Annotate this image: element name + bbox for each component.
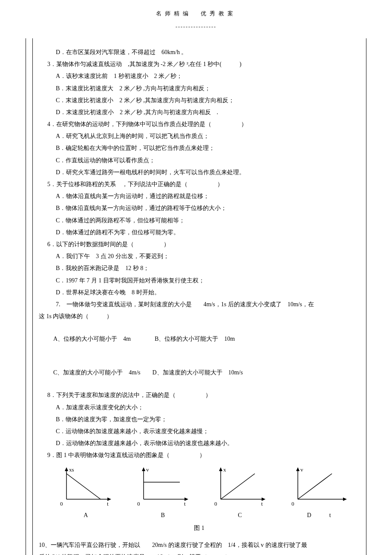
q5-option-b: B．物体沿直线向某一方向运动时，通过的路程等于位移的大小； [39,203,360,213]
chart-d: v 0 [285,465,353,508]
q7-option-a: A、位移的大小可能小于 4m [53,336,131,342]
axis-y-a: xs [69,466,74,473]
q6-option-b: B．我校的百米跑记录是 12 秒 8； [39,263,360,273]
q5-option-a: A．物体沿直线向某一方向运动时，通过的路程就是位移； [39,191,360,201]
axis-x-c: t [261,500,263,507]
axis-x-d: t [329,512,331,518]
q7-options-ab: A、位移的大小可能小于 4m B、位移的大小可能大于 10m [39,323,360,355]
q4-option-d: D．研究火车通过路旁一根电线杆的时间时，火车可以当作质点来处理。 [39,167,360,178]
header-right: 优秀教案 [201,10,236,17]
q4-option-a: A．研究飞机从北京到上海的时间，可以把飞机当作质点； [39,131,360,141]
label-c: C [208,510,272,520]
q9-stem: 9．图 1 中表明物体做匀速直线运动的图象是（ ） [39,450,360,460]
q6-stem: 6．以下的计时数据指时间的是（ ） [39,239,360,250]
header-divider: ---------------- [26,23,366,32]
label-b: B [131,510,195,520]
label-a: A [54,510,118,520]
axis-x-a: t [107,500,109,507]
chart-b: v 0 t [131,465,195,508]
q5-stem: 5．关于位移和路程的关系 ，下列说法中正确的是（ ） [39,179,360,190]
svg-marker-6 [142,467,145,471]
svg-line-4 [66,474,101,499]
q8-option-c: C．运动物体的加速度越来越小，表示速度变化越来越慢； [39,426,360,437]
axis-zero-b: 0 [137,500,140,507]
q8-option-b: B．物体的速度为零，加速度也一定为零； [39,414,360,425]
label-d-text: D [307,512,311,518]
q3-option-d: D．末速度比初速度小 2 米／秒 ,其方向与初速度方向相反 . [39,107,360,118]
q8-option-a: A．加速度表示速度变化的大小； [39,402,360,413]
q4-stem: 4．在研究物体的运动时，下列物体中可以当作质点处理的是（ ） [39,119,360,129]
q10-line1: 10、一辆汽车沿平直公路行驶，开始以 20m/s 的速度行驶了全程的 1/4，接… [39,540,360,550]
q6-option-c: C．1997 年 7 月 1 日零时我国开始对香港恢复行使主权； [39,275,360,286]
svg-marker-18 [343,497,347,501]
axis-zero-c: 0 [214,500,217,507]
figure-b: v 0 t B [131,465,195,520]
q5-option-d: D．物体通过的路程不为零，但位移可能为零。 [39,227,360,238]
chart-a: xs 0 t [54,465,118,508]
q3-option-a: A．该秒末速度比前 1 秒初速度小 2 米／秒； [39,71,360,81]
header-left: 名师精编 [156,10,192,17]
axis-y-b: v [146,466,149,473]
q7-stem-1: 7. 一物体做匀变速直线运动，某时刻速度的大小是 4m/s，1s 后的速度大小变… [39,299,360,310]
q4-option-b: B．确定轮船在大海中的位置时，可以把它当作质点来处理； [39,143,360,153]
axis-zero-a: 0 [60,500,63,507]
svg-marker-11 [219,467,222,471]
axis-x-b: t [184,500,186,507]
q3-option-b: B．末速度比初速度大 2 米／秒 ,方向与初速度方向相反； [39,83,360,94]
q2-option-d: D．在市区某段对汽车限速，不得超过 60km/h 。 [39,47,360,58]
q8-stem: 8．下列关于速度和加速度的说法中，正确的是（ ） [39,390,360,400]
q7-options-cd: C、加速度的大小可能小于 4m/s D、加速度的大小可能大于 10m/s [39,357,360,389]
q3-option-c: C．末速度比初速度小 2 米／秒 ,其加速度方向与初速度方向相反； [39,95,360,106]
left-rule [32,38,33,555]
q7-option-d: D、加速度的大小可能大于 10m/s [153,369,243,376]
q5-option-c: C．物体通过的两段路程不等，但位移可能相等； [39,215,360,226]
page-header: 名师精编 优秀教案 [26,9,366,18]
q10-line2: 后的 3/4 的路程，已知全程的平均速度是 16m/s，则 v 等于（ ） [39,552,360,555]
q7-option-c: C、加速度的大小可能小于 4m/s [53,369,141,376]
q3-stem: 3．某物体作匀减速直线运动 ,其加速度为 -2 米／秒 ²,在任 1 秒中( ) [39,59,360,69]
svg-marker-1 [65,467,68,471]
axis-y-d: v [300,466,303,473]
label-d: D t [285,510,353,520]
figure-c: x 0 t C [208,465,272,520]
axis-y-c: x [223,466,226,473]
q4-option-c: C．作直线运动的物体可以看作质点； [39,155,360,166]
figure-d: v 0 D t [285,465,353,520]
q6-option-a: A．我们下午 3 点 20 分出发，不要迟到； [39,251,360,262]
q8-option-d: D．运动物体的加速度越来越小，表示物体运动的速度也越来越小。 [39,438,360,449]
figure-row: xs 0 t A v 0 t B [39,465,360,520]
svg-line-19 [298,474,332,499]
svg-marker-16 [296,467,300,471]
chart-c: x 0 t [208,465,272,508]
figure-caption: 图 1 [39,523,360,533]
figure-a: xs 0 t A [54,465,118,520]
q7-stem-2: 这 1s 内该物体的（ ） [39,311,360,322]
q7-option-b: B、位移的大小可能大于 10m [155,336,235,342]
content-container: D．在市区某段对汽车限速，不得超过 60km/h 。 3．某物体作匀减速直线运动… [26,38,366,555]
q6-option-d: D．世界杯足球决赛在今晚 8 时开始。 [39,287,360,298]
axis-zero-d: 0 [291,500,294,507]
svg-line-14 [221,474,255,499]
